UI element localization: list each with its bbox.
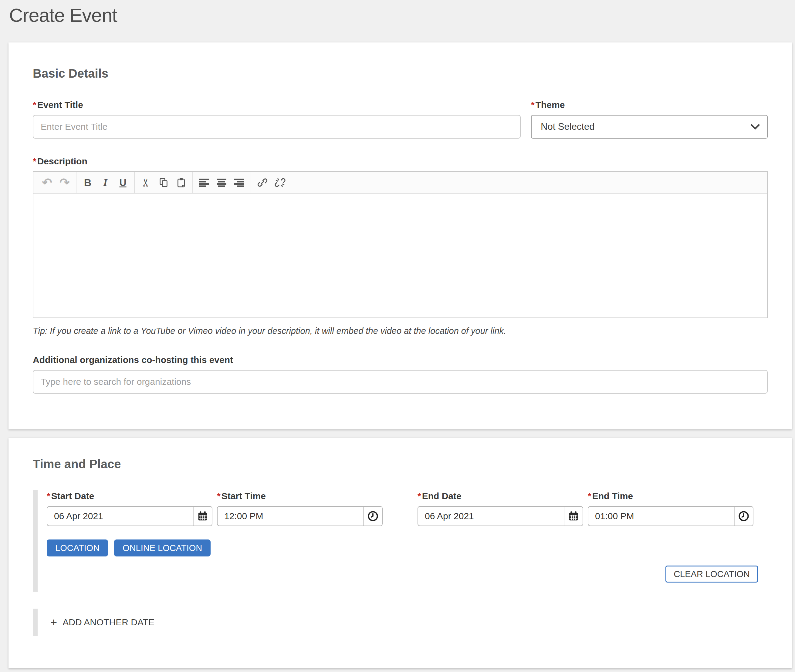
co-hosts-field: Additional organizations co-hosting this…: [33, 355, 768, 394]
start-time-input[interactable]: [218, 507, 363, 526]
start-time-label-text: Start Time: [221, 491, 266, 501]
toolbar-group-history: ↶ ↷: [36, 172, 77, 193]
end-time-input[interactable]: [588, 507, 734, 526]
start-time-field: *Start Time: [217, 491, 383, 526]
align-right-button[interactable]: [231, 174, 248, 191]
link-icon: [257, 177, 268, 188]
theme-label: *Theme: [531, 100, 768, 110]
description-field: *Description ↶ ↷ B I U ✂: [33, 156, 768, 336]
location-buttons-row: LOCATION ONLINE LOCATION: [47, 539, 768, 557]
title-theme-row: *Event Title *Theme Not Selected: [33, 100, 768, 139]
cut-icon: ✂: [139, 178, 152, 187]
description-label: *Description: [33, 156, 768, 166]
create-event-page: Create Event Basic Details *Event Title …: [0, 0, 795, 672]
redo-icon: ↷: [59, 176, 70, 189]
start-date-input-group: [47, 506, 212, 526]
undo-button[interactable]: ↶: [38, 174, 56, 191]
end-date-input[interactable]: [418, 507, 564, 526]
add-another-date-button[interactable]: + ADD ANOTHER DATE: [50, 616, 154, 628]
event-title-input[interactable]: [33, 115, 521, 139]
unlink-icon: [275, 177, 285, 188]
start-date-label: *Start Date: [47, 491, 212, 501]
basic-details-heading: Basic Details: [33, 67, 768, 80]
required-marker: *: [418, 491, 421, 501]
event-title-label: *Event Title: [33, 100, 521, 110]
align-left-icon: [199, 179, 209, 187]
event-title-field: *Event Title: [33, 100, 521, 139]
required-marker: *: [531, 100, 535, 110]
online-location-button[interactable]: ONLINE LOCATION: [114, 539, 211, 557]
add-date-block: + ADD ANOTHER DATE: [33, 609, 768, 636]
toolbar-group-clipboard: ✂: [135, 172, 193, 193]
toolbar-group-align: [193, 172, 251, 193]
theme-selected-value: Not Selected: [541, 121, 595, 132]
date-time-row: *Start Date *Start Time: [47, 491, 768, 526]
cut-button[interactable]: ✂: [137, 174, 155, 191]
time-and-place-card: Time and Place *Start Date *St: [8, 438, 792, 668]
align-left-button[interactable]: [196, 174, 213, 191]
start-time-label: *Start Time: [217, 491, 383, 501]
calendar-icon: [568, 511, 579, 522]
add-another-date-label: ADD ANOTHER DATE: [63, 617, 154, 627]
bold-icon: B: [84, 177, 91, 189]
italic-icon: I: [103, 177, 107, 188]
clock-icon: [367, 510, 379, 522]
clear-location-button[interactable]: CLEAR LOCATION: [665, 566, 758, 582]
event-title-label-text: Event Title: [37, 100, 83, 110]
event-date-block: *Start Date *Start Time: [33, 490, 768, 592]
calendar-icon: [197, 511, 208, 522]
description-editor-area[interactable]: [34, 194, 767, 317]
start-date-label-text: Start Date: [51, 491, 95, 501]
start-date-input[interactable]: [47, 507, 193, 526]
undo-icon: ↶: [42, 176, 52, 189]
paste-button[interactable]: [172, 174, 190, 191]
underline-button[interactable]: U: [114, 174, 132, 191]
start-date-calendar-button[interactable]: [193, 507, 212, 526]
co-hosts-label: Additional organizations co-hosting this…: [33, 355, 768, 365]
required-marker: *: [33, 156, 37, 166]
end-time-field: *End Time: [588, 491, 753, 526]
end-time-label-text: End Time: [592, 491, 633, 501]
end-date-label-text: End Date: [422, 491, 462, 501]
toolbar-group-link: [251, 172, 291, 193]
italic-button[interactable]: I: [96, 174, 114, 191]
start-time-input-group: [217, 506, 383, 526]
paste-icon: [176, 178, 186, 188]
unlink-icon-button[interactable]: [271, 174, 289, 191]
end-date-input-group: [418, 506, 583, 526]
description-editor: ↶ ↷ B I U ✂: [33, 171, 768, 318]
theme-field: *Theme Not Selected: [531, 100, 768, 139]
start-date-field: *Start Date: [47, 491, 212, 526]
end-date-calendar-button[interactable]: [564, 507, 583, 526]
required-marker: *: [47, 491, 50, 501]
align-center-icon: [216, 179, 227, 187]
clear-location-row: CLEAR LOCATION: [47, 566, 768, 582]
editor-toolbar: ↶ ↷ B I U ✂: [34, 172, 767, 194]
copy-icon: [159, 178, 169, 188]
align-center-button[interactable]: [213, 174, 231, 191]
underline-icon: U: [119, 177, 126, 188]
required-marker: *: [33, 100, 37, 110]
required-marker: *: [217, 491, 221, 501]
clock-icon: [738, 510, 750, 522]
chevron-down-icon: [751, 124, 760, 130]
required-marker: *: [588, 491, 591, 501]
end-time-label: *End Time: [588, 491, 753, 501]
page-title: Create Event: [9, 4, 795, 26]
align-right-icon: [234, 179, 245, 187]
basic-details-card: Basic Details *Event Title *Theme Not Se…: [8, 42, 792, 429]
bold-button[interactable]: B: [79, 174, 96, 191]
copy-button[interactable]: [155, 174, 172, 191]
location-button[interactable]: LOCATION: [47, 539, 108, 557]
start-time-clock-button[interactable]: [363, 507, 382, 526]
end-time-clock-button[interactable]: [734, 507, 753, 526]
toolbar-group-format: B I U: [77, 172, 135, 193]
description-label-text: Description: [37, 156, 87, 166]
description-tip: Tip: If you create a link to a YouTube o…: [33, 326, 768, 336]
end-date-label: *End Date: [418, 491, 583, 501]
redo-button[interactable]: ↷: [56, 174, 74, 191]
co-hosts-search-input[interactable]: [33, 370, 768, 394]
link-button[interactable]: [254, 174, 271, 191]
theme-select[interactable]: Not Selected: [531, 115, 768, 139]
end-time-input-group: [588, 506, 753, 526]
